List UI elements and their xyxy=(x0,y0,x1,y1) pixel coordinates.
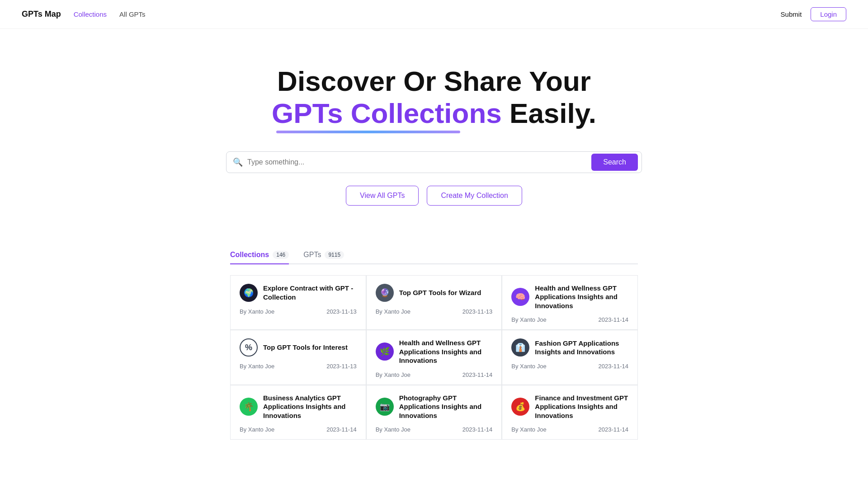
card-meta: By Xanto Joe 2023-11-14 xyxy=(511,316,628,323)
card-date: 2023-11-14 xyxy=(462,371,493,378)
card-meta: By Xanto Joe 2023-11-14 xyxy=(376,371,493,378)
card-author: By Xanto Joe xyxy=(240,363,274,370)
card-top: 🌴 Business Analytics GPT Applications In… xyxy=(240,394,357,420)
card-avatar: 🌍 xyxy=(240,284,258,302)
search-icon: 🔍 xyxy=(233,157,243,167)
hero-underline xyxy=(276,131,460,133)
tab-collections[interactable]: Collections 146 xyxy=(230,246,289,264)
card-item[interactable]: 📷 Photography GPT Applications Insights … xyxy=(366,385,502,440)
create-collection-button[interactable]: Create My Collection xyxy=(427,186,522,206)
card-author: By Xanto Joe xyxy=(376,308,410,315)
card-title: Health and Wellness GPT Applications Ins… xyxy=(399,338,493,365)
tab-gpts-count: 9115 xyxy=(325,251,344,259)
nav-link-collections[interactable]: Collections xyxy=(74,10,107,18)
card-avatar: 📷 xyxy=(376,398,394,416)
card-meta: By Xanto Joe 2023-11-13 xyxy=(240,308,357,315)
card-title: Business Analytics GPT Applications Insi… xyxy=(263,394,357,420)
card-title: Finance and Investment GPT Applications … xyxy=(535,394,628,420)
card-item[interactable]: 👔 Fashion GPT Applications Insights and … xyxy=(502,330,638,385)
tab-collections-count: 146 xyxy=(273,251,289,259)
card-author: By Xanto Joe xyxy=(240,308,274,315)
tabs-section: Collections 146 GPTs 9115 xyxy=(219,246,649,264)
tab-gpts[interactable]: GPTs 9115 xyxy=(303,246,344,264)
card-date: 2023-11-13 xyxy=(326,363,357,370)
view-all-gpts-button[interactable]: View All GPTs xyxy=(346,186,419,206)
card-date: 2023-11-14 xyxy=(462,426,493,433)
card-date: 2023-11-14 xyxy=(598,363,628,370)
card-title: Explore Contract with GPT - Collection xyxy=(263,284,357,301)
card-date: 2023-11-14 xyxy=(598,316,628,323)
cards-grid: 🌍 Explore Contract with GPT - Collection… xyxy=(230,275,638,440)
hero-section: Discover Or Share Your GPTs Collections … xyxy=(0,29,868,224)
card-author: By Xanto Joe xyxy=(511,426,546,433)
card-title: Top GPT Tools for Interest xyxy=(263,343,348,352)
card-title: Photography GPT Applications Insights an… xyxy=(399,394,493,420)
card-item[interactable]: 🌍 Explore Contract with GPT - Collection… xyxy=(230,275,366,330)
card-item[interactable]: 🧠 Health and Wellness GPT Applications I… xyxy=(502,275,638,330)
card-author: By Xanto Joe xyxy=(511,316,546,323)
card-meta: By Xanto Joe 2023-11-14 xyxy=(511,426,628,433)
nav-link-all-gpts[interactable]: All GPTs xyxy=(119,10,146,18)
card-top: 💰 Finance and Investment GPT Application… xyxy=(511,394,628,420)
card-top: 🔮 Top GPT Tools for Wizard xyxy=(376,284,493,302)
card-title: Top GPT Tools for Wizard xyxy=(399,288,481,297)
search-input[interactable] xyxy=(247,154,591,171)
card-item[interactable]: 🌿 Health and Wellness GPT Applications I… xyxy=(366,330,502,385)
search-button[interactable]: Search xyxy=(591,154,638,171)
cards-grid-wrap: 🌍 Explore Contract with GPT - Collection… xyxy=(219,275,649,440)
card-title: Fashion GPT Applications Insights and In… xyxy=(535,339,628,357)
nav-submit-link[interactable]: Submit xyxy=(781,10,802,18)
card-meta: By Xanto Joe 2023-11-13 xyxy=(240,363,357,370)
card-meta: By Xanto Joe 2023-11-14 xyxy=(240,426,357,433)
card-author: By Xanto Joe xyxy=(240,426,274,433)
card-meta: By Xanto Joe 2023-11-14 xyxy=(376,426,493,433)
card-avatar: 👔 xyxy=(511,338,529,357)
card-author: By Xanto Joe xyxy=(511,363,546,370)
card-top: % Top GPT Tools for Interest xyxy=(240,338,357,357)
card-item[interactable]: 🔮 Top GPT Tools for Wizard By Xanto Joe … xyxy=(366,275,502,330)
hero-title: Discover Or Share Your GPTs Collections … xyxy=(22,65,846,133)
search-bar: 🔍 Search xyxy=(226,151,642,173)
login-button[interactable]: Login xyxy=(811,7,846,21)
card-author: By Xanto Joe xyxy=(376,426,410,433)
card-avatar: 🌿 xyxy=(376,343,394,361)
card-item[interactable]: 💰 Finance and Investment GPT Application… xyxy=(502,385,638,440)
tabs-row: Collections 146 GPTs 9115 xyxy=(230,246,638,264)
card-top: 🌿 Health and Wellness GPT Applications I… xyxy=(376,338,493,365)
card-avatar: 💰 xyxy=(511,398,529,416)
search-wrap: 🔍 Search xyxy=(226,151,642,173)
hero-highlight: GPTs Collections xyxy=(272,97,502,133)
card-meta: By Xanto Joe 2023-11-13 xyxy=(376,308,493,315)
card-date: 2023-11-13 xyxy=(462,308,493,315)
card-top: 🌍 Explore Contract with GPT - Collection xyxy=(240,284,357,302)
card-avatar: 🔮 xyxy=(376,284,394,302)
card-meta: By Xanto Joe 2023-11-14 xyxy=(511,363,628,370)
nav-brand: GPTs Map xyxy=(22,9,61,19)
card-date: 2023-11-14 xyxy=(598,426,628,433)
card-avatar: 🧠 xyxy=(511,288,529,306)
nav-right: Submit Login xyxy=(781,7,846,21)
card-item[interactable]: 🌴 Business Analytics GPT Applications In… xyxy=(230,385,366,440)
tab-collections-label: Collections xyxy=(230,251,269,259)
nav-left: GPTs Map Collections All GPTs xyxy=(22,9,146,19)
card-top: 📷 Photography GPT Applications Insights … xyxy=(376,394,493,420)
card-date: 2023-11-14 xyxy=(326,426,357,433)
cta-row: View All GPTs Create My Collection xyxy=(22,186,846,206)
tab-gpts-label: GPTs xyxy=(303,251,321,259)
card-top: 👔 Fashion GPT Applications Insights and … xyxy=(511,338,628,357)
card-avatar: 🌴 xyxy=(240,398,258,416)
card-title: Health and Wellness GPT Applications Ins… xyxy=(535,284,628,310)
card-date: 2023-11-13 xyxy=(326,308,357,315)
card-author: By Xanto Joe xyxy=(376,371,410,378)
card-avatar: % xyxy=(240,338,258,357)
navbar: GPTs Map Collections All GPTs Submit Log… xyxy=(0,0,868,29)
card-top: 🧠 Health and Wellness GPT Applications I… xyxy=(511,284,628,310)
card-item[interactable]: % Top GPT Tools for Interest By Xanto Jo… xyxy=(230,330,366,385)
